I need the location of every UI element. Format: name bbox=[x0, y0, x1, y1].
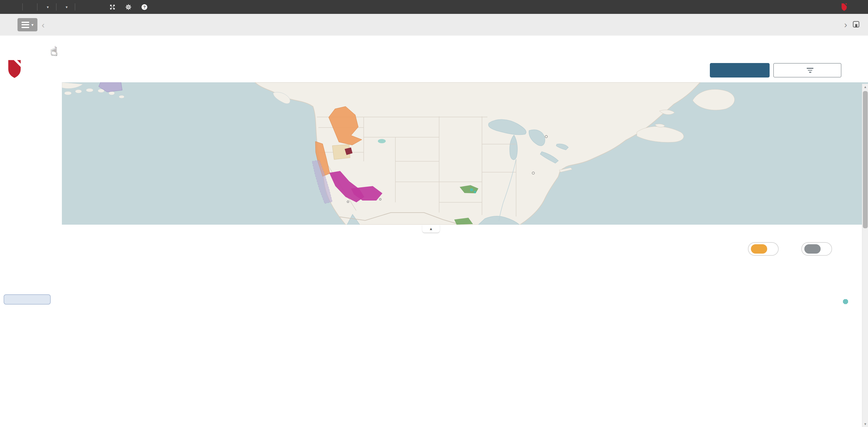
control-panel-menu-button[interactable]: ▾ bbox=[18, 18, 37, 31]
divider bbox=[75, 3, 75, 10]
filter-icon bbox=[807, 68, 813, 73]
scroll-down-icon[interactable]: ▼ bbox=[862, 422, 868, 426]
tab-strip bbox=[52, 19, 868, 36]
chevron-down-icon: ▾ bbox=[47, 5, 49, 9]
scrollbar-thumb[interactable] bbox=[863, 91, 868, 228]
map-canvas[interactable] bbox=[62, 82, 868, 225]
incident-menu[interactable]: ▾ bbox=[64, 5, 68, 9]
topbar-icons: ? bbox=[109, 4, 148, 10]
active-filter-pill[interactable] bbox=[748, 242, 779, 256]
help-icon[interactable]: ? bbox=[141, 4, 148, 10]
osm-logo-icon bbox=[843, 299, 848, 304]
board-subnav bbox=[0, 36, 868, 57]
collapse-map-icon: ▲ bbox=[429, 227, 433, 231]
map-geography bbox=[62, 82, 868, 225]
window-tab-bar: ▾ ‹ › bbox=[0, 14, 868, 36]
tabs-scroll-right-icon[interactable]: › bbox=[844, 20, 847, 29]
tabs-scroll-left-icon[interactable]: ‹ bbox=[42, 21, 45, 30]
hamburger-icon bbox=[22, 22, 29, 28]
closed-count-badge bbox=[804, 244, 820, 254]
scroll-up-icon[interactable]: ▲ bbox=[862, 85, 868, 89]
chevron-down-icon: ▾ bbox=[66, 5, 68, 9]
map-attribution bbox=[839, 297, 859, 306]
svg-text:?: ? bbox=[143, 5, 146, 9]
juvare-shield-icon bbox=[841, 3, 847, 11]
board-shield-logo bbox=[7, 59, 22, 80]
divider bbox=[37, 3, 37, 10]
filter-search-button[interactable] bbox=[773, 63, 841, 77]
position-menu[interactable]: ▾ bbox=[45, 5, 49, 9]
map-section bbox=[0, 82, 868, 225]
page-scrollbar[interactable]: ▲ ▼ bbox=[862, 84, 868, 427]
closed-filter-pill[interactable] bbox=[801, 242, 832, 256]
top-bar: ▾ ▾ ? bbox=[0, 0, 868, 14]
open-new-window-icon[interactable] bbox=[852, 20, 860, 30]
gear-icon[interactable] bbox=[125, 4, 132, 10]
cursor-hand-pointer-icon: ☝ bbox=[50, 44, 57, 58]
chevron-down-icon: ▾ bbox=[31, 22, 33, 27]
fullscreen-icon[interactable] bbox=[109, 4, 116, 10]
tab-right-controls: › bbox=[829, 14, 868, 36]
divider bbox=[22, 3, 23, 10]
webeoc-app: ▾ ▾ ? ▾ ‹ › ☝ bbox=[0, 0, 868, 427]
create-new-button[interactable] bbox=[710, 63, 770, 77]
collapse-map-button[interactable]: ▲ bbox=[422, 225, 440, 232]
juvare-logo bbox=[841, 0, 851, 14]
active-count-badge bbox=[751, 244, 767, 254]
map-scale-bar bbox=[4, 294, 51, 304]
